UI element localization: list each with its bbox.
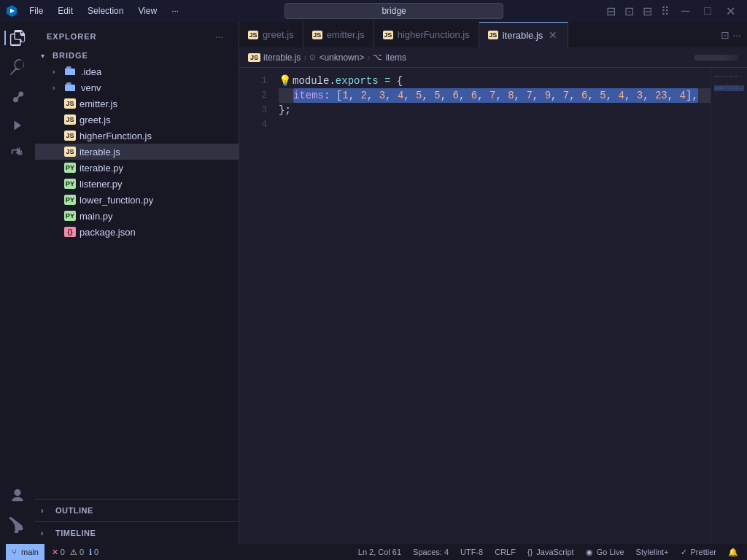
line-num-1: 1 [239,74,276,88]
git-branch-label: main [21,548,39,556]
stylelint-item[interactable]: Stylelint+ [633,544,672,560]
code-line-2: items: [1, 2, 3, 4, 5, 5, 6, 6, 7, 8, 7,… [279,88,711,103]
layout-icon[interactable]: ⊡ [622,3,637,20]
tab-iterable-icon: JS [488,31,498,39]
info-count: 0 [94,548,98,556]
minimap: module.exports = { items: [1,2,3... }; [711,68,747,544]
file-listener-py[interactable]: PY listener.py [35,176,239,192]
errors-item[interactable]: ✕ 0 ⚠ 0 ℹ 0 [49,544,101,560]
file-tree: ▾ BRIDGE › .idea › venv [35,47,239,499]
line-num-4: 4 [239,117,276,132]
outline-panel-header[interactable]: › OUTLINE [35,502,239,518]
line-numbers: 1 2 3 4 [239,68,276,544]
title-search-box[interactable]: bridge [285,3,503,19]
tab-iterable-js[interactable]: JS iterable.js ✕ [479,22,569,47]
tab-iterable-label: iterable.js [503,30,543,41]
outline-panel: › OUTLINE [35,499,239,521]
stylelint-label: Stylelint+ [636,548,669,556]
code-editor[interactable]: 1 2 3 4 💡module.exports = { items: [1, 2… [239,68,747,544]
breadcrumb-unknown[interactable]: <unknown> [319,52,364,63]
errors-count: 0 [61,548,65,556]
go-live-item[interactable]: ◉ Go Live [583,544,627,560]
file-higherfunction-js[interactable]: JS higherFunction.js [35,128,239,144]
file-iterable-py[interactable]: PY iterable.py [35,160,239,176]
tab-higherfunction-label: higherFunction.js [398,29,470,40]
more-tabs-button[interactable]: ··· [732,29,741,41]
file-iterable-js[interactable]: JS iterable.js [35,144,239,160]
folder-venv[interactable]: › venv [35,79,239,96]
menu-file[interactable]: File [23,4,49,18]
extensions-activity-icon[interactable] [4,141,31,168]
timeline-panel-header[interactable]: › TIMELINE [35,525,239,541]
tab-greet-js[interactable]: JS greet.js [239,22,303,47]
language-label: JavaScript [536,548,573,556]
tab-higherfunction-js[interactable]: JS higherFunction.js [374,22,479,47]
tab-iterable-close[interactable]: ✕ [547,28,559,42]
file-lower-function-py[interactable]: PY lower_function.py [35,192,239,208]
folder-venv-label: venv [81,82,101,93]
panel-icon[interactable]: ⊟ [640,3,655,20]
status-bar-left: ⑂ main ✕ 0 ⚠ 0 ℹ 0 [6,544,101,560]
file-main-py[interactable]: PY main.py [35,208,239,224]
svg-rect-1 [65,85,75,91]
tab-emitter-js[interactable]: JS emitter.js [303,22,374,47]
close-button[interactable]: ✕ [720,3,741,20]
line-ending-item[interactable]: CRLF [492,544,519,560]
title-bar: File Edit Selection View ··· 🔍 bridge ⊟ … [0,0,747,22]
explorer-activity-icon[interactable] [4,25,31,51]
sidebar: EXPLORER ··· ▾ BRIDGE › .idea [35,22,239,544]
tab-actions: ⊡ ··· [715,22,747,47]
sidebar-more-button[interactable]: ··· [212,29,227,44]
warning-icon: ⚠ [70,548,77,557]
customize-layout-icon[interactable]: ⠿ [658,3,673,20]
cursor-position: Ln 2, Col 61 [358,548,401,556]
source-control-activity-icon[interactable] [4,83,31,109]
account-activity-icon[interactable] [4,483,31,509]
spaces-item[interactable]: Spaces: 4 [410,544,452,560]
cursor-position-item[interactable]: Ln 2, Col 61 [355,544,404,560]
menu-more[interactable]: ··· [166,4,185,18]
status-bar-right: Ln 2, Col 61 Spaces: 4 UTF-8 CRLF {} Jav… [355,544,741,560]
file-package-json[interactable]: {} package.json [35,224,239,240]
project-root[interactable]: ▾ BRIDGE [35,47,239,63]
code-content[interactable]: 💡module.exports = { items: [1, 2, 3, 4, … [276,68,711,544]
main-content: EXPLORER ··· ▾ BRIDGE › .idea [0,22,747,544]
file-greet-js[interactable]: JS greet.js [35,112,239,128]
code-closing-brace: }; [279,103,291,117]
editor-area: JS greet.js JS emitter.js JS higherFunct… [239,22,747,544]
breadcrumb: JS iterable.js › ⊙ <unknown> › ⌥ items [239,47,747,68]
maximize-button[interactable]: □ [698,3,717,20]
sidebar-actions: ··· [212,29,227,44]
activity-bar [0,22,35,544]
sidebar-header: EXPLORER ··· [35,22,239,47]
menu-selection[interactable]: Selection [82,4,129,18]
language-item[interactable]: {} JavaScript [525,544,577,560]
split-editor-icon[interactable]: ⊟ [603,3,619,20]
search-activity-icon[interactable] [4,54,31,80]
file-higherfunction-label: higherFunction.js [80,131,152,141]
breadcrumb-file[interactable]: iterable.js [263,52,301,63]
file-emitter-js[interactable]: JS emitter.js [35,96,239,112]
minimize-button[interactable]: ─ [676,3,695,20]
notifications-item[interactable]: 🔔 [725,544,741,560]
error-icon: ✕ [52,548,58,557]
tab-bar: JS greet.js JS emitter.js JS higherFunct… [239,22,747,47]
code-exports: exports [336,74,379,88]
run-activity-icon[interactable] [4,112,31,139]
breadcrumb-items[interactable]: items [385,52,406,63]
encoding-label: UTF-8 [460,548,483,556]
file-main-label: main.py [80,211,113,222]
git-branch-item[interactable]: ⑂ main [6,544,44,560]
split-editor-button[interactable]: ⊡ [721,29,729,41]
window-controls: ⊟ ⊡ ⊟ ⠿ ─ □ ✕ [603,3,741,20]
tab-higherfunction-icon: JS [383,31,393,39]
encoding-item[interactable]: UTF-8 [457,544,486,560]
git-branch-icon: ⑂ [12,548,17,556]
prettier-item[interactable]: ✓ Prettier [678,544,719,560]
menu-edit[interactable]: Edit [52,4,79,18]
file-iterable-py-label: iterable.py [80,163,123,174]
project-name: BRIDGE [53,51,88,60]
settings-activity-icon[interactable] [4,512,31,538]
menu-view[interactable]: View [132,4,163,18]
folder-idea[interactable]: › .idea [35,63,239,79]
